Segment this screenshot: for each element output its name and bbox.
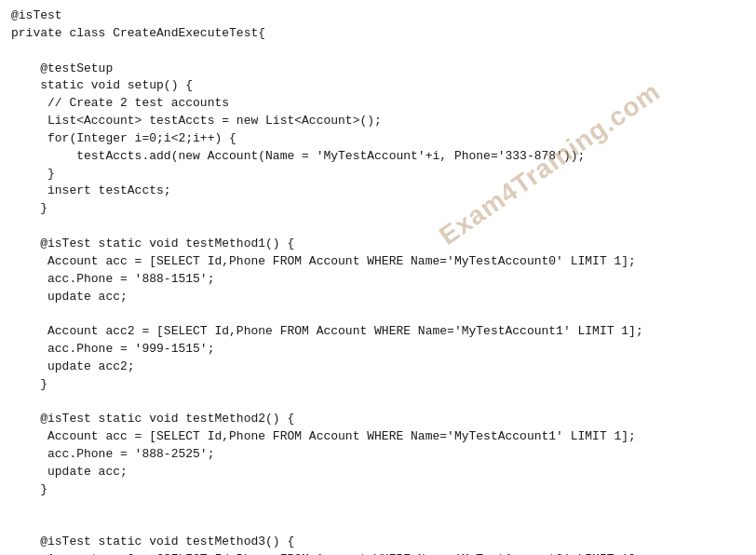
code-container: @isTest private class CreateAndExecuteTe… bbox=[0, 0, 756, 555]
code-block: @isTest private class CreateAndExecuteTe… bbox=[11, 7, 745, 555]
